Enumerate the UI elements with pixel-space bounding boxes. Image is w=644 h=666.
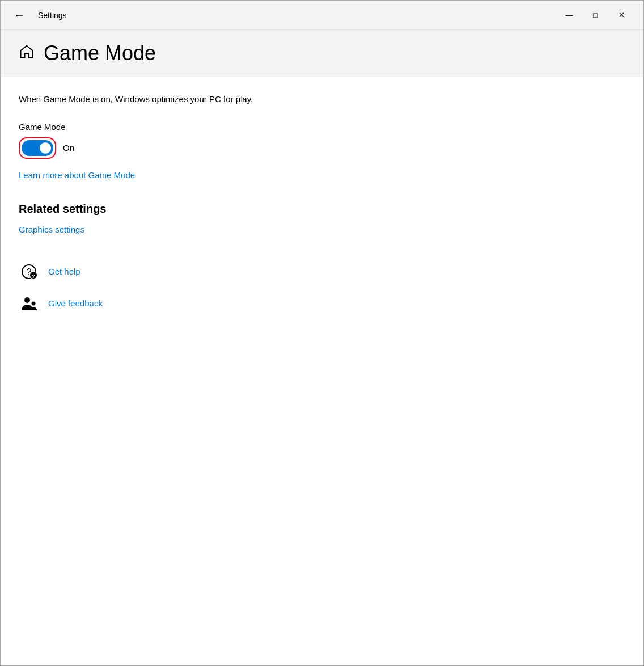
svg-point-6 — [32, 301, 36, 305]
page-header: Game Mode — [1, 30, 643, 77]
title-bar: ← Settings — □ ✕ — [1, 1, 643, 30]
toggle-row: On — [19, 137, 625, 159]
game-mode-label: Game Mode — [19, 122, 625, 132]
title-bar-controls: — □ ✕ — [556, 6, 634, 24]
give-feedback-link[interactable]: Give feedback — [48, 298, 103, 308]
svg-point-5 — [24, 297, 30, 303]
home-icon — [19, 44, 35, 63]
svg-text:?: ? — [32, 273, 35, 279]
get-help-link[interactable]: Get help — [48, 267, 80, 276]
toggle-state-label: On — [63, 143, 74, 153]
graphics-settings-link[interactable]: Graphics settings — [19, 225, 84, 234]
maximize-button[interactable]: □ — [582, 6, 608, 24]
give-feedback-item[interactable]: Give feedback — [19, 293, 625, 314]
close-button[interactable]: ✕ — [608, 6, 634, 24]
content-area: When Game Mode is on, Windows optimizes … — [1, 77, 643, 665]
game-mode-toggle[interactable] — [22, 140, 53, 156]
give-feedback-icon — [19, 293, 39, 314]
learn-more-link[interactable]: Learn more about Game Mode — [19, 170, 135, 180]
page-title: Game Mode — [44, 41, 156, 65]
title-bar-title: Settings — [38, 11, 556, 20]
get-help-icon: ? ? — [19, 262, 39, 282]
get-help-item[interactable]: ? ? Get help — [19, 262, 625, 282]
minimize-button[interactable]: — — [556, 6, 582, 24]
window: ← Settings — □ ✕ Game Mode When Game Mod… — [0, 0, 644, 666]
related-settings-heading: Related settings — [19, 203, 625, 216]
back-button[interactable]: ← — [10, 8, 29, 23]
toggle-knob — [40, 142, 51, 154]
description-text: When Game Mode is on, Windows optimizes … — [19, 93, 625, 106]
toggle-highlight-border — [19, 137, 56, 159]
help-section: ? ? Get help — [19, 262, 625, 314]
